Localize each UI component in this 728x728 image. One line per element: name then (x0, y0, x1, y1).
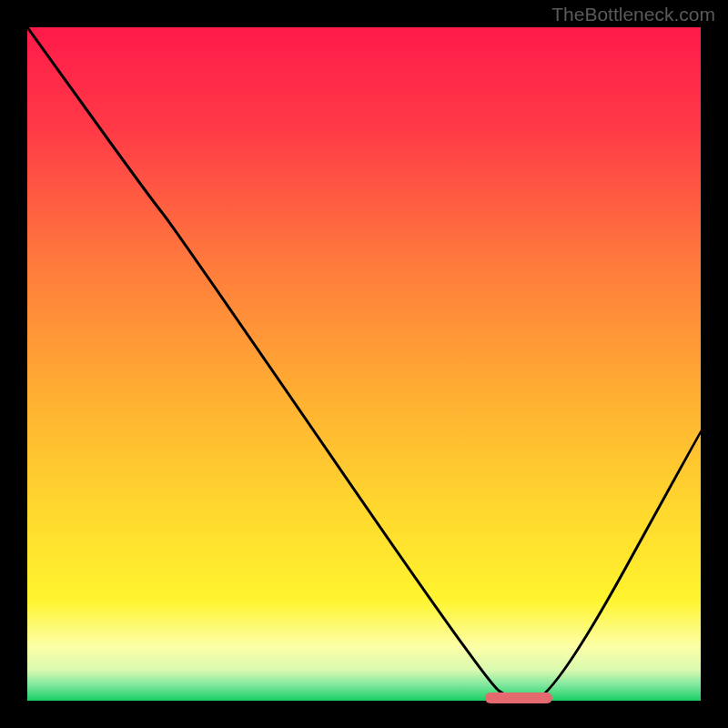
chart-area (27, 27, 701, 701)
optimal-range-marker (485, 693, 552, 703)
watermark-text: TheBottleneck.com (551, 4, 715, 25)
bottleneck-curve (27, 27, 701, 701)
